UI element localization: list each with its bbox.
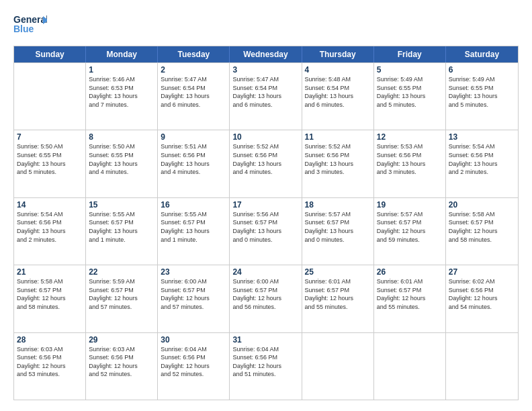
calendar-cell — [446, 333, 518, 400]
day-number: 12 — [377, 132, 443, 142]
day-info: Sunrise: 5:59 AM Sunset: 6:57 PM Dayligh… — [89, 277, 154, 311]
day-info: Sunrise: 5:51 AM Sunset: 6:56 PM Dayligh… — [161, 142, 226, 176]
day-info: Sunrise: 5:48 AM Sunset: 6:54 PM Dayligh… — [305, 75, 371, 109]
day-info: Sunrise: 6:04 AM Sunset: 6:56 PM Dayligh… — [232, 345, 298, 379]
day-info: Sunrise: 5:56 AM Sunset: 6:57 PM Dayligh… — [232, 210, 298, 244]
week-row-3: 14Sunrise: 5:54 AM Sunset: 6:56 PM Dayli… — [14, 197, 518, 265]
calendar-cell: 9Sunrise: 5:51 AM Sunset: 6:56 PM Daylig… — [158, 130, 230, 197]
page: General Blue SundayMondayTuesdayWednesda… — [0, 0, 532, 411]
day-number: 16 — [161, 200, 226, 210]
day-info: Sunrise: 5:58 AM Sunset: 6:57 PM Dayligh… — [17, 277, 83, 311]
day-info: Sunrise: 5:55 AM Sunset: 6:57 PM Dayligh… — [89, 210, 154, 244]
day-number: 6 — [449, 65, 515, 75]
day-info: Sunrise: 6:03 AM Sunset: 6:56 PM Dayligh… — [17, 345, 83, 379]
day-number: 28 — [17, 335, 83, 345]
calendar-cell: 17Sunrise: 5:56 AM Sunset: 6:57 PM Dayli… — [230, 198, 302, 265]
calendar-cell: 4Sunrise: 5:48 AM Sunset: 6:54 PM Daylig… — [302, 63, 374, 130]
day-info: Sunrise: 5:50 AM Sunset: 6:55 PM Dayligh… — [89, 142, 154, 176]
day-info: Sunrise: 6:01 AM Sunset: 6:57 PM Dayligh… — [377, 277, 443, 311]
day-number: 4 — [305, 65, 371, 75]
calendar-cell: 3Sunrise: 5:47 AM Sunset: 6:54 PM Daylig… — [230, 63, 302, 130]
day-info: Sunrise: 5:58 AM Sunset: 6:57 PM Dayligh… — [449, 210, 515, 244]
calendar-cell — [374, 333, 446, 400]
day-info: Sunrise: 5:49 AM Sunset: 6:55 PM Dayligh… — [377, 75, 443, 109]
calendar-cell: 15Sunrise: 5:55 AM Sunset: 6:57 PM Dayli… — [86, 198, 158, 265]
day-info: Sunrise: 5:52 AM Sunset: 6:56 PM Dayligh… — [305, 142, 371, 176]
calendar-cell: 27Sunrise: 6:02 AM Sunset: 6:56 PM Dayli… — [446, 265, 518, 332]
header-day-monday: Monday — [86, 46, 158, 62]
calendar-cell: 23Sunrise: 6:00 AM Sunset: 6:57 PM Dayli… — [158, 265, 230, 332]
calendar-cell: 20Sunrise: 5:58 AM Sunset: 6:57 PM Dayli… — [446, 198, 518, 265]
day-info: Sunrise: 5:52 AM Sunset: 6:56 PM Dayligh… — [232, 142, 298, 176]
week-row-1: 1Sunrise: 5:46 AM Sunset: 6:53 PM Daylig… — [14, 62, 518, 130]
day-info: Sunrise: 6:03 AM Sunset: 6:56 PM Dayligh… — [89, 345, 154, 379]
day-number: 26 — [377, 267, 443, 277]
week-row-4: 21Sunrise: 5:58 AM Sunset: 6:57 PM Dayli… — [14, 265, 518, 332]
day-number: 15 — [89, 200, 154, 210]
calendar-body: 1Sunrise: 5:46 AM Sunset: 6:53 PM Daylig… — [14, 62, 518, 400]
day-number: 8 — [89, 132, 154, 142]
day-number: 9 — [161, 132, 226, 142]
calendar-cell: 6Sunrise: 5:49 AM Sunset: 6:55 PM Daylig… — [446, 63, 518, 130]
calendar-cell: 29Sunrise: 6:03 AM Sunset: 6:56 PM Dayli… — [86, 333, 158, 400]
calendar-cell: 21Sunrise: 5:58 AM Sunset: 6:57 PM Dayli… — [14, 265, 86, 332]
svg-text:Blue: Blue — [13, 24, 34, 34]
calendar-cell: 13Sunrise: 5:54 AM Sunset: 6:56 PM Dayli… — [446, 130, 518, 197]
calendar-cell: 30Sunrise: 6:04 AM Sunset: 6:56 PM Dayli… — [158, 333, 230, 400]
calendar-cell: 2Sunrise: 5:47 AM Sunset: 6:54 PM Daylig… — [158, 63, 230, 130]
day-info: Sunrise: 5:54 AM Sunset: 6:56 PM Dayligh… — [17, 210, 83, 244]
week-row-5: 28Sunrise: 6:03 AM Sunset: 6:56 PM Dayli… — [14, 332, 518, 400]
day-info: Sunrise: 5:49 AM Sunset: 6:55 PM Dayligh… — [449, 75, 515, 109]
calendar-cell: 14Sunrise: 5:54 AM Sunset: 6:56 PM Dayli… — [14, 198, 86, 265]
calendar-cell: 19Sunrise: 5:57 AM Sunset: 6:57 PM Dayli… — [374, 198, 446, 265]
header-day-friday: Friday — [374, 46, 446, 62]
day-number: 11 — [305, 132, 371, 142]
day-number: 13 — [449, 132, 515, 142]
day-number: 24 — [232, 267, 298, 277]
day-number: 18 — [305, 200, 371, 210]
calendar-cell: 7Sunrise: 5:50 AM Sunset: 6:55 PM Daylig… — [14, 130, 86, 197]
header-day-tuesday: Tuesday — [158, 46, 230, 62]
calendar-cell: 26Sunrise: 6:01 AM Sunset: 6:57 PM Dayli… — [374, 265, 446, 332]
day-number: 31 — [232, 335, 298, 345]
day-number: 10 — [232, 132, 298, 142]
calendar-cell: 24Sunrise: 6:00 AM Sunset: 6:57 PM Dayli… — [230, 265, 302, 332]
logo: General Blue — [13, 11, 47, 40]
day-number: 21 — [17, 267, 83, 277]
calendar-cell: 1Sunrise: 5:46 AM Sunset: 6:53 PM Daylig… — [86, 63, 158, 130]
day-number: 3 — [232, 65, 298, 75]
header-day-sunday: Sunday — [14, 46, 86, 62]
day-number: 27 — [449, 267, 515, 277]
day-number: 25 — [305, 267, 371, 277]
week-row-2: 7Sunrise: 5:50 AM Sunset: 6:55 PM Daylig… — [14, 130, 518, 197]
day-info: Sunrise: 6:01 AM Sunset: 6:57 PM Dayligh… — [305, 277, 371, 311]
calendar-cell: 25Sunrise: 6:01 AM Sunset: 6:57 PM Dayli… — [302, 265, 374, 332]
day-info: Sunrise: 6:00 AM Sunset: 6:57 PM Dayligh… — [232, 277, 298, 311]
day-info: Sunrise: 5:46 AM Sunset: 6:53 PM Dayligh… — [89, 75, 154, 109]
calendar-cell — [302, 333, 374, 400]
day-number: 20 — [449, 200, 515, 210]
day-number: 29 — [89, 335, 154, 345]
day-info: Sunrise: 5:50 AM Sunset: 6:55 PM Dayligh… — [17, 142, 83, 176]
calendar-cell: 11Sunrise: 5:52 AM Sunset: 6:56 PM Dayli… — [302, 130, 374, 197]
day-number: 1 — [89, 65, 154, 75]
calendar-cell: 22Sunrise: 5:59 AM Sunset: 6:57 PM Dayli… — [86, 265, 158, 332]
header: General Blue — [13, 11, 519, 40]
calendar-cell: 12Sunrise: 5:53 AM Sunset: 6:56 PM Dayli… — [374, 130, 446, 197]
calendar-cell: 18Sunrise: 5:57 AM Sunset: 6:57 PM Dayli… — [302, 198, 374, 265]
calendar: SundayMondayTuesdayWednesdayThursdayFrid… — [13, 46, 519, 400]
day-info: Sunrise: 5:54 AM Sunset: 6:56 PM Dayligh… — [449, 142, 515, 176]
day-number: 5 — [377, 65, 443, 75]
day-number: 23 — [161, 267, 226, 277]
calendar-cell — [14, 63, 86, 130]
header-day-saturday: Saturday — [446, 46, 518, 62]
day-info: Sunrise: 6:00 AM Sunset: 6:57 PM Dayligh… — [161, 277, 226, 311]
day-info: Sunrise: 5:47 AM Sunset: 6:54 PM Dayligh… — [161, 75, 226, 109]
day-number: 19 — [377, 200, 443, 210]
calendar-cell: 16Sunrise: 5:55 AM Sunset: 6:57 PM Dayli… — [158, 198, 230, 265]
day-number: 30 — [161, 335, 226, 345]
day-info: Sunrise: 5:57 AM Sunset: 6:57 PM Dayligh… — [305, 210, 371, 244]
day-number: 7 — [17, 132, 83, 142]
day-number: 17 — [232, 200, 298, 210]
day-info: Sunrise: 6:02 AM Sunset: 6:56 PM Dayligh… — [449, 277, 515, 311]
